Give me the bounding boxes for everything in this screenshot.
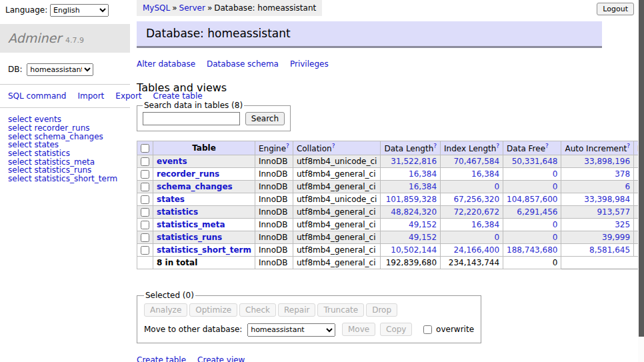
create-link[interactable]: Create table <box>137 355 186 362</box>
data-length-link[interactable]: 10,502,144 <box>391 245 437 255</box>
database-action-link[interactable]: Database schema <box>207 59 279 69</box>
row-checkbox[interactable] <box>141 183 149 191</box>
move-database-select[interactable]: homeassistant <box>247 323 335 337</box>
total-engine: InnoDB <box>255 257 293 269</box>
auto-increment-link[interactable]: 33,398,984 <box>584 195 630 204</box>
row-checkbox[interactable] <box>141 246 149 255</box>
sidebar-action-link[interactable]: Import <box>77 91 104 101</box>
row-checkbox[interactable] <box>141 221 149 229</box>
overwrite-checkbox[interactable] <box>423 325 432 334</box>
index-length-link[interactable]: 16,384 <box>471 169 499 179</box>
table-name-link[interactable]: statistics_short_term <box>157 245 251 255</box>
table-name-link[interactable]: statistics_runs <box>157 233 222 242</box>
table-name-link[interactable]: statistics <box>157 207 198 217</box>
data-length-link[interactable]: 49,152 <box>409 220 437 229</box>
table-row: states InnoDB utf8mb4_unicode_ci 101,859… <box>137 193 644 206</box>
search-button[interactable]: Search <box>245 112 285 125</box>
data-length-link[interactable]: 16,384 <box>409 182 437 191</box>
table-name-link[interactable]: recorder_runs <box>157 169 219 179</box>
help-link-icon[interactable]: ? <box>627 143 630 149</box>
column-header-table: Table <box>192 143 216 153</box>
help-link-icon[interactable]: ? <box>433 143 437 149</box>
language-label: Language: <box>5 5 47 15</box>
index-length-link[interactable]: 0 <box>494 233 499 242</box>
create-link[interactable]: Create view <box>197 355 245 362</box>
breadcrumb-mysql-link[interactable]: MySQL <box>143 3 170 13</box>
data-length-link[interactable]: 16,384 <box>409 169 437 179</box>
row-checkbox[interactable] <box>141 208 149 217</box>
total-label: 8 in total <box>153 257 255 269</box>
page-title: Database: homeassistant <box>137 21 602 48</box>
vertical-scrollbar[interactable] <box>638 0 644 362</box>
table-name-link[interactable]: statistics_meta <box>157 220 225 229</box>
index-length-link[interactable]: 16,384 <box>471 220 499 229</box>
database-links: Alter databaseDatabase schemaPrivileges <box>137 59 638 69</box>
table-name-link[interactable]: events <box>157 157 187 166</box>
sidebar-select-table-link[interactable]: select events <box>8 115 130 124</box>
table-name-link[interactable]: states <box>157 195 185 204</box>
table-row: statistics_meta InnoDB utf8mb4_general_c… <box>137 219 644 231</box>
adminer-home-link[interactable]: Adminer <box>8 31 61 45</box>
auto-increment-link[interactable]: 39,999 <box>602 233 630 242</box>
help-link-icon[interactable]: ? <box>286 143 289 149</box>
auto-increment-link[interactable]: 6 <box>625 182 630 191</box>
database-action-link[interactable]: Alter database <box>137 59 195 69</box>
index-length-link[interactable]: 72,220,672 <box>453 207 499 217</box>
logout-button[interactable]: Logout <box>597 3 634 15</box>
scrollbar-thumb[interactable] <box>639 0 644 337</box>
search-input[interactable] <box>143 112 240 125</box>
index-length-link[interactable]: 70,467,584 <box>453 157 499 166</box>
help-link-icon[interactable]: ? <box>496 143 499 149</box>
data-free-link[interactable]: 0 <box>553 169 558 179</box>
data-free-link[interactable]: 0 <box>553 220 558 229</box>
table-name-link[interactable]: schema_changes <box>157 182 233 191</box>
sidebar-action-link[interactable]: SQL command <box>8 91 66 101</box>
copy-button: Copy <box>380 323 412 336</box>
database-action-link[interactable]: Privileges <box>290 59 329 69</box>
auto-increment-link[interactable]: 913,577 <box>597 207 630 217</box>
selected-action-button: Check <box>239 303 276 317</box>
data-length-link[interactable]: 101,859,328 <box>386 195 437 204</box>
db-select[interactable]: homeassistant <box>27 63 93 76</box>
data-free-link[interactable]: 0 <box>553 182 558 191</box>
language-select[interactable]: English <box>50 4 109 17</box>
column-header-collation: Collation <box>297 144 332 153</box>
auto-increment-link[interactable]: 33,898,196 <box>584 157 630 166</box>
auto-increment-link[interactable]: 325 <box>615 220 630 229</box>
row-checkbox[interactable] <box>141 157 149 166</box>
breadcrumb-server-link[interactable]: Server <box>179 3 205 13</box>
data-free-link[interactable]: 0 <box>553 233 558 242</box>
index-length-link[interactable]: 24,166,400 <box>453 245 499 255</box>
help-link-icon[interactable]: ? <box>332 143 335 149</box>
breadcrumb-separator: » <box>207 3 212 13</box>
data-free-link[interactable]: 50,331,648 <box>512 157 558 166</box>
auto-increment-link[interactable]: 378 <box>615 169 630 179</box>
sidebar-select-table-link[interactable]: select statistics <box>8 149 130 158</box>
data-free-link[interactable]: 188,743,680 <box>507 245 557 255</box>
breadcrumb: MySQL»Server»Database: homeassistant <box>137 0 322 16</box>
db-select-row: DB: homeassistant <box>0 53 130 79</box>
auto-increment-link[interactable]: 8,581,645 <box>589 245 630 255</box>
data-length-link[interactable]: 48,824,320 <box>391 207 437 217</box>
adminer-logo: Adminer4.7.9 <box>0 24 130 53</box>
help-link-icon[interactable]: ? <box>545 143 549 149</box>
row-checkbox[interactable] <box>141 233 149 242</box>
index-length-link[interactable]: 0 <box>494 182 499 191</box>
row-checkbox[interactable] <box>141 195 149 204</box>
data-free-link[interactable]: 104,857,600 <box>507 195 557 204</box>
index-length-link[interactable]: 67,256,320 <box>453 195 499 204</box>
breadcrumb-row: MySQL»Server»Database: homeassistant <box>137 0 638 16</box>
data-free-link[interactable]: 6,291,456 <box>517 207 557 217</box>
data-length-link[interactable]: 49,152 <box>409 233 437 242</box>
collation-cell: utf8mb4_general_ci <box>293 219 381 231</box>
sidebar-select-table-link[interactable]: select statistics_short_term <box>8 175 130 183</box>
select-all-checkbox[interactable] <box>141 144 149 153</box>
row-checkbox[interactable] <box>141 170 149 179</box>
move-row: Move to other database: homeassistant Mo… <box>144 323 474 337</box>
db-label: DB: <box>8 65 23 74</box>
adminer-version: 4.7.9 <box>65 36 84 45</box>
collation-cell: utf8mb4_unicode_ci <box>293 155 381 168</box>
total-index-length: 234,143,744 <box>441 257 503 269</box>
data-length-link[interactable]: 31,522,816 <box>391 157 437 166</box>
sidebar-select-table-link[interactable]: select recorder_runs <box>8 124 130 133</box>
